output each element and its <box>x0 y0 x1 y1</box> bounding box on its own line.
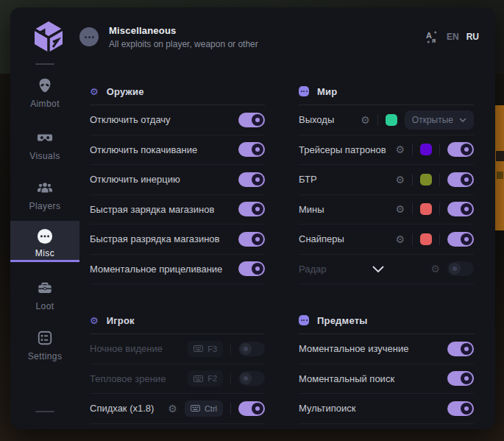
divider <box>439 174 440 186</box>
hotkey-badge[interactable]: F2 <box>188 370 223 387</box>
divider <box>412 203 413 215</box>
svg-text:я: я <box>432 37 436 44</box>
toggle-instant-examine[interactable] <box>447 342 474 356</box>
toggle-row-instant-ads: Моментальное прицеливание <box>90 255 265 285</box>
toggle-row-mines: Мины ⚙ <box>299 195 474 225</box>
column-right: Мир Выходы ⚙ Открытые Трейсеры патронов … <box>299 66 474 424</box>
page-title: Miscellaneous <box>109 25 258 36</box>
toggle-row-instant-examine: Моментальное изучение <box>299 334 474 364</box>
toggle-row-no-sway: Отключить покачивание <box>90 135 265 166</box>
sidebar-item-players[interactable]: Players <box>10 180 79 211</box>
gear-icon[interactable]: ⚙ <box>395 204 405 214</box>
toggle-speedhack[interactable] <box>238 401 265 416</box>
toggle-row-radar: Радар ⚙ <box>299 255 474 285</box>
translate-icon: A я <box>425 30 439 44</box>
vr-goggles-icon <box>10 130 79 146</box>
keyboard-icon <box>191 405 200 412</box>
gear-icon: ⚙ <box>90 87 99 96</box>
divider <box>439 144 440 155</box>
items-icon <box>299 315 309 325</box>
section-weapon-header: ⚙ Оружие <box>90 82 265 100</box>
toggle-row-btr: БТР ⚙ <box>299 165 474 195</box>
toggle-row-night-vision: Ночное видение F3 <box>90 334 265 364</box>
divider <box>230 373 231 384</box>
exits-dropdown[interactable]: Открытые <box>405 110 474 130</box>
world-icon <box>299 86 309 96</box>
toggle-fast-reload[interactable] <box>238 202 265 216</box>
color-swatch[interactable] <box>420 233 432 245</box>
section-title: Мир <box>317 86 337 97</box>
page-subtitle: All exploits on player, weapon or other <box>109 39 258 49</box>
toggle-instant-ads[interactable] <box>238 261 265 276</box>
gear-icon[interactable]: ⚙ <box>430 264 440 274</box>
toggle-radar[interactable] <box>447 261 474 276</box>
toggle-no-sway[interactable] <box>238 142 265 157</box>
settings-list-icon <box>10 330 79 346</box>
toggle-instant-search[interactable] <box>447 371 474 386</box>
keyboard-icon <box>194 375 203 382</box>
divider <box>377 114 378 126</box>
page-header: Miscellaneous All exploits on player, we… <box>79 7 495 66</box>
cheat-menu-window: Miscellaneous All exploits on player, we… <box>10 7 495 429</box>
toggle-row-snipers: Снайперы ⚙ <box>299 225 474 255</box>
sidebar-item-misc[interactable]: Misc <box>10 221 79 262</box>
gear-icon: ⚙ <box>90 316 99 325</box>
sidebar-item-visuals[interactable]: Visuals <box>10 130 79 161</box>
color-swatch[interactable] <box>386 114 397 126</box>
briefcase-icon <box>10 280 79 296</box>
toggle-thermal-vision[interactable] <box>238 371 265 386</box>
divider <box>412 233 413 245</box>
toggle-btr[interactable] <box>447 172 474 187</box>
divider <box>230 403 231 414</box>
toggle-row-fast-unload: Быстрая разрядка магазинов <box>90 225 265 255</box>
chevron-down-icon[interactable] <box>372 266 384 272</box>
sidebar-divider <box>35 411 54 412</box>
sidebar-item-loot[interactable]: Loot <box>10 280 79 311</box>
divider <box>412 174 413 186</box>
section-title: Предметы <box>317 315 368 326</box>
toggle-row-speedhack: Спидхак (x1.8) ⚙ Ctrl <box>90 394 265 424</box>
section-items-header: Предметы <box>299 311 474 329</box>
sidebar-item-settings[interactable]: Settings <box>10 330 79 361</box>
svg-text:A: A <box>426 31 432 40</box>
gear-icon[interactable]: ⚙ <box>168 403 177 414</box>
section-title: Оружие <box>107 86 144 97</box>
section-title: Игрок <box>107 315 135 326</box>
gear-icon[interactable]: ⚙ <box>395 234 405 244</box>
toggle-no-recoil[interactable] <box>238 113 265 127</box>
gear-icon[interactable]: ⚙ <box>361 115 370 125</box>
gear-icon[interactable]: ⚙ <box>395 144 405 155</box>
divider <box>412 144 413 155</box>
divider <box>230 343 231 355</box>
section-world-header: Мир <box>299 82 474 100</box>
players-icon <box>10 180 79 196</box>
gear-icon[interactable]: ⚙ <box>395 174 405 185</box>
app-logo-icon <box>29 17 68 57</box>
color-swatch[interactable] <box>420 203 432 215</box>
toggle-row-no-recoil: Отключить отдачу <box>90 105 265 135</box>
toggle-row-bullet-tracers: Трейсеры патронов ⚙ <box>299 135 474 166</box>
hotkey-badge[interactable]: Ctrl <box>185 401 223 417</box>
toggle-row-fast-reload: Быстрая зарядка магазинов <box>90 195 265 225</box>
toggle-row-thermal-vision: Тепловое зрение F2 <box>90 364 265 395</box>
hotkey-badge[interactable]: F3 <box>188 341 223 357</box>
section-player-header: ⚙ Игрок <box>90 311 265 329</box>
setting-row-exits: Выходы ⚙ Открытые <box>299 105 474 135</box>
toggle-row-no-inertia: Отключить инерцию <box>90 165 265 195</box>
chevron-down-icon <box>459 118 466 122</box>
background-game-object <box>494 105 504 230</box>
toggle-fast-unload[interactable] <box>238 232 265 247</box>
toggle-row-instant-search: Моментальный поиск <box>299 364 474 395</box>
sidebar-item-aimbot[interactable]: Aimbot <box>10 77 79 109</box>
toggle-snipers[interactable] <box>447 232 474 247</box>
lang-en-button[interactable]: EN <box>447 32 459 42</box>
color-swatch[interactable] <box>420 144 432 155</box>
toggle-multisearch[interactable] <box>447 401 474 416</box>
lang-ru-button[interactable]: RU <box>466 32 479 42</box>
sidebar-divider <box>35 63 54 65</box>
toggle-night-vision[interactable] <box>238 342 265 356</box>
toggle-no-inertia[interactable] <box>238 172 265 187</box>
toggle-bullet-tracers[interactable] <box>447 142 474 157</box>
color-swatch[interactable] <box>420 174 432 186</box>
toggle-mines[interactable] <box>447 202 474 216</box>
